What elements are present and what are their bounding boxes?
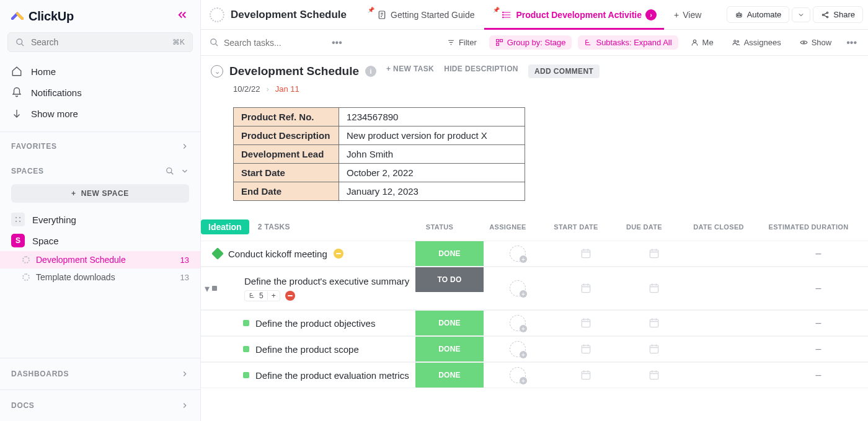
info-value: New product version for product X [339, 126, 525, 145]
new-task-button[interactable]: + NEW TASK [386, 64, 434, 78]
logo[interactable]: ClickUp [10, 9, 74, 24]
sidebar-search-input[interactable] [31, 37, 166, 47]
add-comment-button[interactable]: ADD COMMENT [528, 64, 600, 78]
start-date-cell[interactable] [552, 317, 620, 329]
task-row[interactable]: Define the product scope DONE – [201, 336, 868, 362]
toolbar-more-button[interactable]: ••• [844, 35, 859, 51]
task-row[interactable]: Define the product objectives DONE – [201, 310, 868, 336]
status-cell[interactable]: DONE [415, 363, 484, 388]
new-space-button[interactable]: + NEW SPACE [11, 184, 189, 203]
due-date-cell[interactable] [620, 282, 688, 295]
collapse-sidebar-button[interactable] [177, 9, 188, 23]
priority-badge[interactable] [285, 291, 295, 301]
search-icon[interactable] [166, 167, 174, 175]
assignee-cell[interactable] [484, 341, 552, 357]
status-cell[interactable]: DONE [415, 241, 484, 266]
svg-rect-25 [650, 250, 658, 258]
svg-point-13 [823, 14, 824, 15]
sidebar-search[interactable]: ⌘K [7, 32, 193, 52]
list-development-schedule[interactable]: Development Schedule 13 [0, 251, 200, 268]
subtask-count-chip[interactable]: 5 + [244, 290, 280, 301]
duration-cell[interactable]: – [769, 248, 868, 259]
task-row[interactable]: ▾ Define the product's executive summary… [201, 267, 868, 310]
filter-button[interactable]: Filter [441, 35, 483, 50]
date-due[interactable]: Jan 11 [275, 84, 299, 94]
svg-rect-32 [582, 371, 590, 379]
calendar-icon [580, 282, 592, 295]
stage-badge[interactable]: Ideation [201, 219, 249, 234]
status-cell[interactable]: DONE [415, 311, 484, 335]
show-button[interactable]: Show [794, 35, 838, 50]
duration-cell[interactable]: – [769, 283, 868, 294]
task-title: Define the product scope [255, 344, 359, 355]
hide-description-button[interactable]: HIDE DESCRIPTION [444, 64, 518, 78]
add-subtask-button[interactable]: + [267, 291, 276, 300]
svg-point-3 [19, 217, 20, 218]
share-button[interactable]: Share [813, 6, 863, 23]
task-row[interactable]: Conduct kickoff meeting DONE – [201, 241, 868, 267]
due-date-cell[interactable] [620, 343, 688, 355]
start-date-cell[interactable] [552, 247, 620, 260]
date-created[interactable]: 10/2/22 [233, 84, 260, 94]
start-date-cell[interactable] [552, 343, 620, 355]
col-duration[interactable]: ESTIMATED DURATION [759, 223, 858, 231]
collapse-doc-button[interactable]: ⌄ [211, 65, 223, 78]
task-row[interactable]: Define the product evaluation metrics DO… [201, 362, 868, 388]
spaces-header[interactable]: SPACES [0, 157, 200, 182]
col-assignee[interactable]: ASSIGNEE [474, 223, 542, 231]
task-count: 2 TASKS [258, 223, 290, 231]
duration-cell[interactable]: – [769, 343, 868, 355]
doc-dates: 10/2/22 › Jan 11 [211, 78, 858, 94]
search-tasks-input[interactable] [224, 38, 323, 48]
assignees-button[interactable]: Assignees [726, 35, 787, 50]
nav-notifications[interactable]: Notifications [0, 82, 200, 103]
dashboards-section[interactable]: DASHBOARDS [0, 358, 200, 389]
docs-section[interactable]: DOCS [0, 389, 200, 421]
col-start[interactable]: START DATE [542, 223, 610, 231]
col-closed[interactable]: DATE CLOSED [678, 223, 759, 231]
add-view-button[interactable]: + View [666, 0, 709, 29]
group-by-button[interactable]: Group by: Stage [489, 35, 572, 50]
favorites-header[interactable]: FAVORITES [0, 132, 200, 157]
automate-button[interactable]: Automate [727, 6, 790, 23]
arrow-down-icon [11, 108, 22, 119]
circle-arrow-icon[interactable]: › [645, 9, 657, 20]
filter-icon [447, 38, 455, 47]
svg-point-1 [167, 168, 172, 173]
expand-toggle[interactable]: ▾ [201, 283, 217, 295]
nav-show-more[interactable]: Show more [0, 103, 200, 124]
list-template-downloads[interactable]: Template downloads 13 [0, 268, 200, 286]
grid-icon [11, 213, 25, 226]
assignee-cell[interactable] [484, 280, 552, 296]
chevron-down-icon[interactable] [180, 167, 189, 175]
assignee-cell[interactable] [484, 246, 552, 262]
subtask-icon [584, 38, 592, 47]
priority-badge[interactable] [334, 249, 343, 259]
me-button[interactable]: Me [684, 35, 720, 50]
more-options-button[interactable]: ••• [329, 35, 345, 51]
col-status[interactable]: STATUS [405, 223, 474, 231]
tab-activities[interactable]: 📌 Product Development Activitie › [484, 0, 664, 29]
subtasks-button[interactable]: Subtasks: Expand All [578, 35, 678, 50]
start-date-cell[interactable] [552, 369, 620, 381]
col-due[interactable]: DUE DATE [610, 223, 678, 231]
automate-dropdown[interactable] [792, 7, 810, 22]
duration-cell[interactable]: – [769, 317, 868, 329]
nav-home[interactable]: Home [0, 61, 200, 82]
space-item[interactable]: S Space [0, 230, 200, 251]
tab-getting-started[interactable]: 📌 Getting Started Guide [359, 0, 482, 29]
svg-point-22 [737, 41, 739, 43]
pin-icon: 📌 [368, 7, 374, 13]
due-date-cell[interactable] [620, 317, 688, 329]
space-everything[interactable]: Everything [0, 209, 200, 230]
due-date-cell[interactable] [620, 369, 688, 381]
info-icon[interactable]: i [365, 66, 376, 77]
duration-cell[interactable]: – [769, 370, 868, 381]
status-cell[interactable]: TO DO [415, 267, 484, 292]
assignee-cell[interactable] [484, 367, 552, 383]
assignee-cell[interactable] [484, 315, 552, 331]
search-tasks[interactable] [210, 38, 323, 48]
start-date-cell[interactable] [552, 282, 620, 295]
due-date-cell[interactable] [620, 247, 688, 260]
status-cell[interactable]: DONE [415, 337, 484, 361]
